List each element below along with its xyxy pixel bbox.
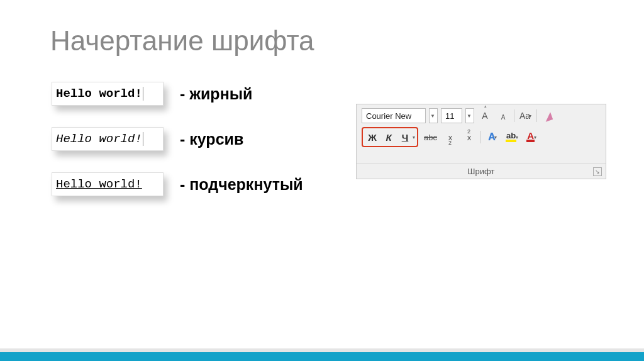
- font-color-button[interactable]: A ▾: [524, 130, 539, 145]
- text-cursor: [143, 132, 143, 146]
- separator: [514, 109, 514, 122]
- bottom-accent-bar: [0, 348, 644, 361]
- highlight-icon: ab: [506, 132, 516, 142]
- example-row-underline: Hello world! - подчеркнутый: [52, 172, 379, 196]
- separator: [480, 131, 481, 143]
- dialog-launcher-button[interactable]: ↘: [593, 167, 602, 176]
- caret-up-icon: ▴: [484, 104, 487, 109]
- example-row-bold: Hello world! - жирный: [52, 82, 379, 106]
- dialog-launcher-icon: ↘: [595, 169, 600, 175]
- chevron-down-icon: ▼: [467, 113, 472, 119]
- ribbon-row-2: Ж К Ч ▾ abc x x A ▾ ab ▾ A ▾: [357, 126, 606, 148]
- text-effects-button[interactable]: A ▾: [485, 130, 500, 145]
- shrink-font-icon: A: [501, 114, 506, 121]
- font-name-value: Courier New: [366, 111, 411, 121]
- ribbon-row-1: Courier New ▼ 11 ▼ A▴ A Aa ▾ ◢: [357, 104, 606, 126]
- superscript-button[interactable]: x: [462, 130, 477, 145]
- bold-button[interactable]: Ж: [365, 130, 380, 145]
- font-name-selector[interactable]: Courier New: [362, 108, 426, 123]
- clear-formatting-button[interactable]: ◢: [540, 108, 555, 123]
- underline-button[interactable]: Ч: [397, 130, 413, 145]
- underline-dropdown[interactable]: ▾: [413, 135, 415, 140]
- font-size-value: 11: [445, 111, 454, 121]
- example-row-italic: Hello world! - курсив: [52, 127, 379, 151]
- highlight-color-button[interactable]: ab ▾: [504, 130, 520, 145]
- desc-italic: - курсив: [180, 130, 243, 148]
- font-name-dropdown[interactable]: ▼: [429, 108, 438, 123]
- eraser-icon: ◢: [542, 109, 553, 123]
- chevron-down-icon: ▾: [494, 135, 497, 140]
- chevron-down-icon: ▾: [534, 135, 536, 140]
- italic-button[interactable]: К: [381, 130, 396, 145]
- slide-title: Начертание шрифта: [50, 25, 314, 57]
- chevron-down-icon: ▾: [516, 135, 518, 140]
- grow-font-icon: A: [482, 111, 487, 121]
- sample-italic: Hello world!: [52, 127, 164, 151]
- desc-bold: - жирный: [180, 85, 252, 103]
- font-size-dropdown[interactable]: ▼: [465, 108, 474, 123]
- chevron-down-icon: ▼: [430, 113, 435, 119]
- separator: [536, 109, 537, 122]
- shrink-font-button[interactable]: A: [496, 108, 511, 123]
- desc-underline: - подчеркнутый: [180, 175, 303, 194]
- change-case-button[interactable]: Aa ▾: [518, 108, 533, 123]
- sample-text: Hello world!: [56, 132, 142, 146]
- font-size-selector[interactable]: 11: [441, 108, 462, 123]
- ribbon-group-footer: Шрифт ↘: [357, 164, 606, 179]
- chevron-down-icon: ▾: [529, 113, 531, 119]
- sample-text: Hello world!: [56, 177, 142, 191]
- sample-bold: Hello world!: [52, 82, 164, 106]
- text-cursor: [143, 87, 143, 101]
- ribbon-group-label: Шрифт: [468, 167, 495, 176]
- sample-underline: Hello world!: [52, 172, 164, 196]
- font-ribbon-group: Courier New ▼ 11 ▼ A▴ A Aa ▾ ◢ Ж К Ч ▾ a…: [356, 104, 606, 179]
- strikethrough-button[interactable]: abc: [422, 130, 439, 145]
- grow-font-button[interactable]: A▴: [477, 108, 492, 123]
- subscript-button[interactable]: x: [443, 130, 458, 145]
- examples-area: Hello world! - жирный Hello world! - кур…: [52, 82, 379, 218]
- bold-italic-underline-highlight: Ж К Ч ▾: [362, 127, 418, 147]
- sample-text: Hello world!: [56, 87, 142, 101]
